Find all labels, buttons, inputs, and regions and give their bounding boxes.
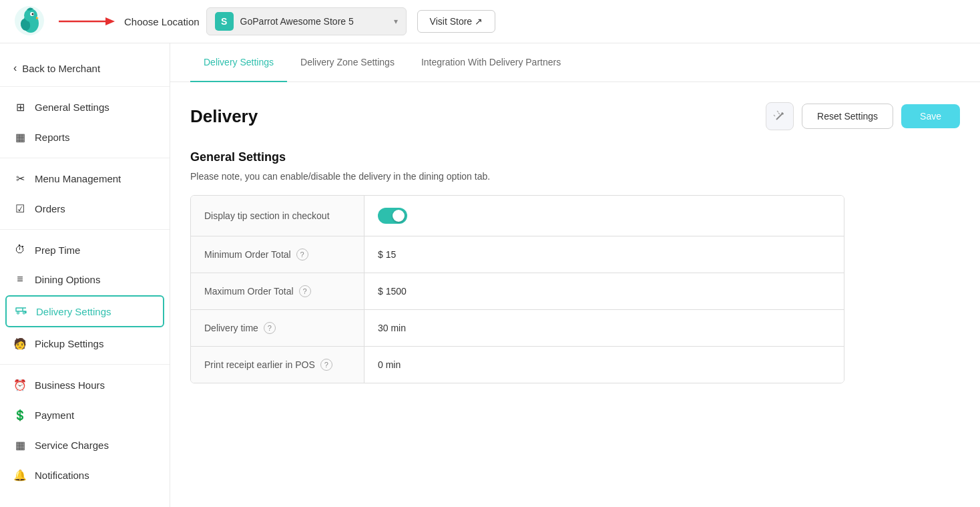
sidebar-item-label: Orders — [35, 203, 65, 214]
tab-integration-delivery-partners[interactable]: Integration With Delivery Partners — [408, 43, 574, 82]
svg-line-14 — [777, 111, 778, 112]
prep-time-icon: ⏱ — [13, 244, 27, 256]
notifications-icon: 🔔 — [13, 469, 27, 482]
store-avatar: S — [215, 12, 234, 31]
sidebar-item-orders[interactable]: ☑ Orders — [0, 194, 170, 224]
tab-delivery-zone-settings[interactable]: Delivery Zone Settings — [287, 43, 408, 82]
label-max-order: Maximum Order Total — [204, 286, 294, 297]
sidebar-item-payment[interactable]: 💲 Payment — [0, 400, 170, 430]
arrow-indicator — [59, 13, 119, 29]
sidebar-item-delivery-settings[interactable]: Delivery Settings — [5, 295, 164, 327]
sidebar-item-notifications[interactable]: 🔔 Notifications — [0, 460, 170, 490]
sidebar-item-label: Business Hours — [35, 379, 105, 391]
tab-delivery-settings[interactable]: Delivery Settings — [190, 43, 287, 82]
sidebar-item-general-settings[interactable]: ⊞ General Settings — [0, 92, 170, 122]
page-header: Delivery Reset Settings Save — [190, 102, 960, 130]
back-label: Back to Merchant — [22, 63, 100, 74]
main-layout: ‹ Back to Merchant ⊞ General Settings ▦ … — [0, 43, 980, 507]
help-icon[interactable]: ? — [320, 359, 332, 371]
orders-icon: ☑ — [13, 202, 27, 215]
logo-icon — [13, 5, 45, 37]
settings-label-cell: Display tip section in checkout — [191, 196, 364, 236]
payment-icon: 💲 — [13, 409, 27, 421]
page-content-area: Delivery Reset Settings Save — [170, 82, 980, 403]
section-note: Please note, you can enable/disable the … — [190, 171, 960, 182]
sidebar-item-service-charges[interactable]: ▦ Service Charges — [0, 430, 170, 460]
sidebar-item-label: General Settings — [35, 102, 109, 113]
help-icon[interactable]: ? — [296, 248, 308, 261]
visit-store-button[interactable]: Visit Store ↗ — [417, 10, 495, 33]
location-selector[interactable]: S GoParrot Awesome Store 5 ▾ — [206, 7, 407, 35]
sidebar-item-label: Delivery Settings — [36, 306, 111, 317]
choose-location-text: Choose Location — [124, 16, 200, 27]
settings-value-cell: 30 min — [364, 310, 844, 346]
pickup-settings-icon: 🧑 — [13, 337, 27, 350]
settings-value-cell: $ 1500 — [364, 273, 844, 309]
label-display-tip: Display tip section in checkout — [204, 210, 330, 221]
sidebar-item-reports[interactable]: ▦ Reports — [0, 122, 170, 152]
sidebar-divider-3 — [0, 364, 170, 365]
magic-wand-button[interactable] — [766, 102, 794, 130]
service-charges-icon: ▦ — [13, 439, 27, 452]
tabs-bar: Delivery Settings Delivery Zone Settings… — [170, 43, 980, 82]
sidebar-divider-1 — [0, 158, 170, 158]
label-print-receipt: Print receipt earlier in POS — [204, 359, 315, 370]
page-title: Delivery — [190, 106, 258, 127]
svg-line-13 — [774, 115, 775, 116]
settings-value-cell: 0 min — [364, 347, 844, 383]
chevron-down-icon: ▾ — [394, 17, 398, 26]
help-icon[interactable]: ? — [264, 322, 276, 334]
reset-settings-button[interactable]: Reset Settings — [802, 104, 893, 129]
settings-table: Display tip section in checkout Mini — [190, 195, 844, 383]
sidebar-item-label: Prep Time — [35, 244, 80, 256]
sidebar-item-label: Dining Options — [35, 274, 100, 285]
sidebar-item-business-hours[interactable]: ⏰ Business Hours — [0, 370, 170, 400]
help-icon[interactable]: ? — [299, 285, 311, 297]
label-delivery-time: Delivery time — [204, 323, 258, 333]
reports-icon: ▦ — [13, 131, 27, 144]
svg-point-9 — [17, 312, 19, 314]
magic-wand-icon — [773, 110, 786, 123]
value-max-order: $ 1500 — [378, 286, 407, 297]
sidebar-item-label: Pickup Settings — [35, 338, 103, 349]
value-min-order: $ 15 — [378, 249, 396, 260]
settings-label-cell: Maximum Order Total ? — [191, 273, 364, 309]
menu-management-icon: ✂ — [13, 172, 27, 185]
save-button[interactable]: Save — [901, 104, 960, 128]
settings-label-cell: Delivery time ? — [191, 310, 364, 346]
store-name-text: GoParrot Awesome Store 5 — [240, 16, 387, 27]
sidebar-item-menu-management[interactable]: ✂ Menu Management — [0, 164, 170, 194]
svg-line-11 — [776, 114, 782, 120]
settings-row: Maximum Order Total ? $ 1500 — [191, 273, 844, 310]
back-chevron-icon: ‹ — [13, 62, 17, 74]
settings-row: Minimum Order Total ? $ 15 — [191, 236, 844, 273]
general-settings-icon: ⊞ — [13, 101, 27, 114]
back-to-merchant[interactable]: ‹ Back to Merchant — [0, 50, 170, 87]
settings-label-cell: Print receipt earlier in POS ? — [191, 347, 364, 383]
header: Choose Location S GoParrot Awesome Store… — [0, 0, 980, 43]
logo — [13, 5, 45, 39]
svg-point-10 — [23, 312, 25, 314]
delivery-settings-icon — [15, 304, 28, 319]
sidebar-item-label: Menu Management — [35, 173, 121, 184]
value-delivery-time: 30 min — [378, 323, 406, 333]
settings-label-cell: Minimum Order Total ? — [191, 236, 364, 273]
business-hours-icon: ⏰ — [13, 379, 27, 391]
settings-value-cell: $ 15 — [364, 236, 844, 273]
sidebar-divider-2 — [0, 229, 170, 230]
sidebar-item-label: Payment — [35, 409, 74, 421]
label-min-order: Minimum Order Total — [204, 249, 291, 260]
sidebar-item-label: Reports — [35, 132, 70, 143]
sidebar-item-prep-time[interactable]: ⏱ Prep Time — [0, 235, 170, 265]
general-settings-section: General Settings Please note, you can en… — [190, 150, 960, 383]
section-title: General Settings — [190, 150, 960, 164]
display-tip-toggle[interactable] — [378, 208, 407, 224]
sidebar-item-dining-options[interactable]: ≡ Dining Options — [0, 265, 170, 294]
choose-location-label-area: Choose Location — [59, 13, 206, 29]
value-print-receipt: 0 min — [378, 359, 401, 370]
toggle-thumb — [393, 210, 405, 222]
sidebar-item-pickup-settings[interactable]: 🧑 Pickup Settings — [0, 329, 170, 359]
svg-line-15 — [778, 113, 780, 114]
settings-row: Display tip section in checkout — [191, 196, 844, 236]
svg-marker-8 — [105, 17, 115, 25]
